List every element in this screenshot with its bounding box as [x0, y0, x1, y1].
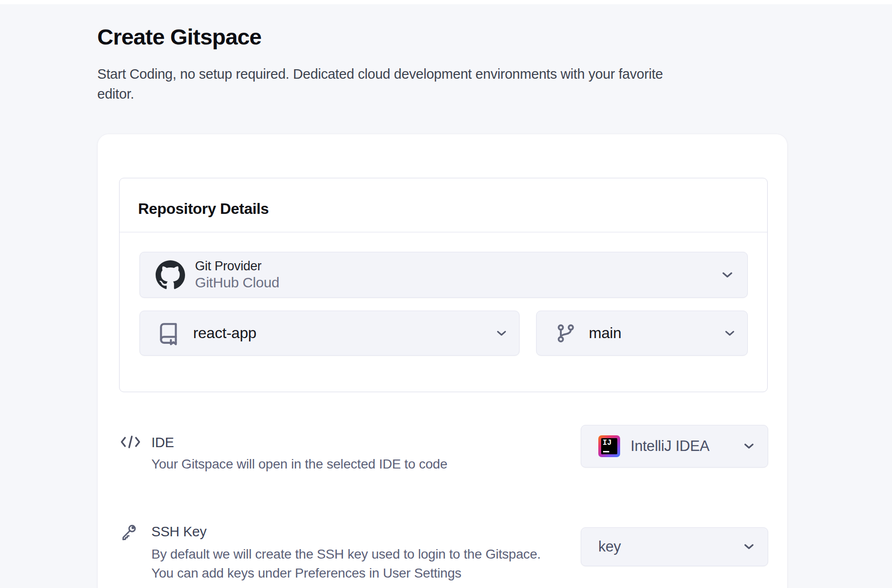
chevron-down-icon [743, 443, 754, 450]
repository-details-header: Repository Details [120, 178, 767, 232]
repo-icon [157, 322, 181, 345]
ide-value: IntelliJ IDEA [631, 438, 709, 455]
intellij-idea-icon: IJ [598, 435, 620, 457]
ssh-key-value: key [598, 538, 621, 555]
intellij-logo-text: IJ [603, 439, 612, 447]
code-icon [120, 434, 141, 450]
create-gitspace-page: Create Gitspace Start Coding, no setup r… [0, 0, 892, 588]
git-provider-select[interactable]: Git Provider GitHub Cloud [139, 252, 748, 298]
repository-value: react-app [193, 324, 256, 342]
ide-description: Your Gitspace will open in the selected … [151, 455, 447, 474]
chevron-down-icon [743, 543, 754, 550]
repository-select[interactable]: react-app [139, 311, 520, 356]
ide-select[interactable]: IJ IntelliJ IDEA [581, 425, 768, 468]
page-subtitle: Start Coding, no setup required. Dedicat… [97, 64, 663, 104]
ssh-key-description: By default we will create the SSH key us… [151, 545, 541, 583]
chevron-down-icon [496, 330, 507, 337]
git-provider-label: Git Provider [195, 258, 279, 274]
git-provider-texts: Git Provider GitHub Cloud [195, 258, 279, 291]
page-title: Create Gitspace [97, 24, 261, 50]
chevron-down-icon [725, 330, 735, 337]
git-provider-value: GitHub Cloud [195, 274, 279, 291]
repository-details-heading: Repository Details [138, 200, 269, 218]
top-strip [0, 0, 892, 4]
repository-details-card: Repository Details Git Provider GitHub C… [119, 178, 768, 392]
ssh-key-label: SSH Key [151, 524, 206, 540]
key-icon [119, 522, 139, 542]
github-icon [156, 260, 185, 290]
ide-label: IDE [151, 435, 174, 450]
branch-select[interactable]: main [536, 311, 748, 356]
branch-value: main [589, 324, 622, 342]
ssh-key-select[interactable]: key [581, 527, 768, 566]
gitspace-form-card: Repository Details Git Provider GitHub C… [97, 134, 788, 588]
chevron-down-icon [722, 271, 733, 278]
git-branch-icon [556, 323, 576, 344]
